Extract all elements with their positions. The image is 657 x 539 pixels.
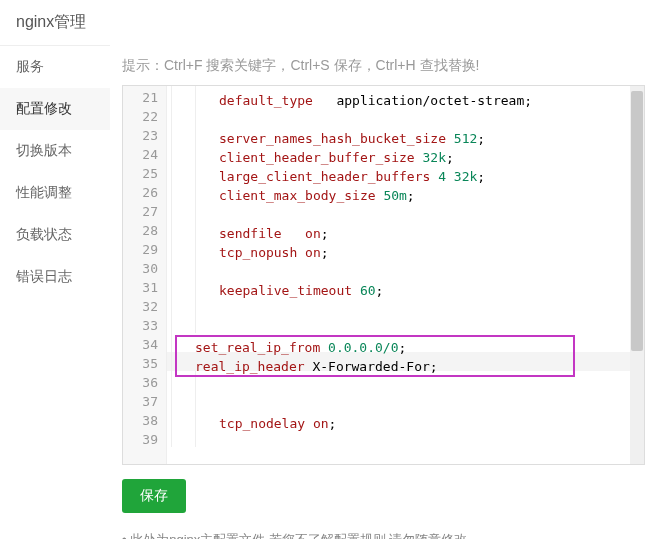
code-line[interactable]: real_ip_header X-Forwarded-For; [167,352,644,371]
line-number: 25 [123,164,166,183]
code-editor[interactable]: 21222324252627282930313233343536373839 d… [122,85,645,465]
sidebar-item-4[interactable]: 负载状态 [0,214,110,256]
sidebar-item-3[interactable]: 性能调整 [0,172,110,214]
line-number: 24 [123,145,166,164]
code-area[interactable]: default_type application/octet-stream;se… [167,86,644,464]
scroll-thumb[interactable] [631,91,643,351]
save-button[interactable]: 保存 [122,479,186,513]
sidebar-item-1[interactable]: 配置修改 [0,88,110,130]
code-line[interactable]: tcp_nopush on; [167,238,644,257]
code-line[interactable]: keepalive_timeout 60; [167,276,644,295]
line-number: 33 [123,316,166,335]
code-line[interactable] [167,390,644,409]
scrollbar[interactable] [630,86,644,464]
line-number: 39 [123,430,166,449]
code-line[interactable]: large_client_header_buffers 4 32k; [167,162,644,181]
line-number: 37 [123,392,166,411]
code-line[interactable]: tcp_nodelay on; [167,409,644,428]
line-number: 34 [123,335,166,354]
line-number: 23 [123,126,166,145]
line-number: 27 [123,202,166,221]
line-number: 28 [123,221,166,240]
code-line[interactable]: set_real_ip_from 0.0.0.0/0; [167,333,644,352]
line-number: 35 [123,354,166,373]
code-line[interactable]: sendfile on; [167,219,644,238]
line-number: 22 [123,107,166,126]
code-line[interactable]: default_type application/octet-stream; [167,86,644,105]
line-number: 38 [123,411,166,430]
line-number: 31 [123,278,166,297]
line-number: 36 [123,373,166,392]
sidebar-item-5[interactable]: 错误日志 [0,256,110,298]
line-number: 26 [123,183,166,202]
sidebar-item-0[interactable]: 服务 [0,46,110,88]
note-text: 此处为nginx主配置文件,若您不了解配置规则,请勿随意修改。 [122,531,645,539]
line-number: 30 [123,259,166,278]
code-line[interactable]: server_names_hash_bucket_size 512; [167,124,644,143]
page-title: nginx管理 [0,0,657,45]
sidebar: 服务配置修改切换版本性能调整负载状态错误日志 [0,45,110,539]
code-line[interactable] [167,314,644,333]
line-number: 21 [123,88,166,107]
line-gutter: 21222324252627282930313233343536373839 [123,86,167,464]
main-panel: 提示：Ctrl+F 搜索关键字，Ctrl+S 保存，Ctrl+H 查找替换! 2… [110,45,657,539]
line-number: 32 [123,297,166,316]
tip-text: 提示：Ctrl+F 搜索关键字，Ctrl+S 保存，Ctrl+H 查找替换! [122,51,645,85]
line-number: 29 [123,240,166,259]
code-line[interactable]: client_header_buffer_size 32k; [167,143,644,162]
sidebar-item-2[interactable]: 切换版本 [0,130,110,172]
code-line[interactable]: client_max_body_size 50m; [167,181,644,200]
